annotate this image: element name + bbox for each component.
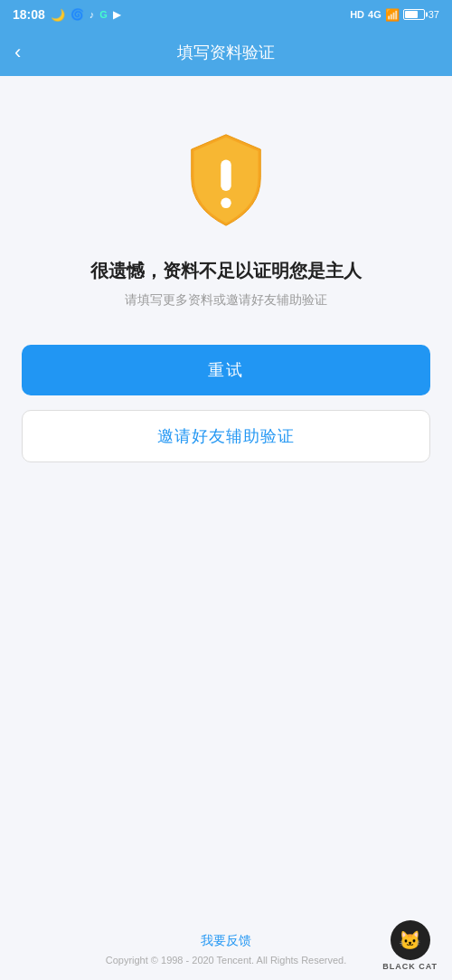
status-icon-2: 🌀 <box>71 8 84 21</box>
retry-button[interactable]: 重试 <box>22 345 430 395</box>
battery-icon <box>403 9 425 20</box>
black-cat-brand: 🐱 BLACK CAT <box>382 920 438 971</box>
svg-rect-0 <box>221 160 231 191</box>
status-icon-3: ♪ <box>89 9 95 20</box>
footer: 我要反馈 Copyright © 1998 - 2020 Tencent. Al… <box>0 917 452 980</box>
status-icon-5: ▶ <box>113 9 120 21</box>
invite-button[interactable]: 邀请好友辅助验证 <box>22 410 430 462</box>
status-icon-4: G <box>99 9 108 20</box>
status-time: 18:08 🌙 🌀 ♪ G ▶ <box>13 7 120 22</box>
time-display: 18:08 <box>13 7 45 22</box>
hd-label: HD <box>350 9 364 20</box>
svg-rect-1 <box>221 198 231 208</box>
network-label: 4G <box>368 9 381 20</box>
copyright-text: Copyright © 1998 - 2020 Tencent. All Rig… <box>106 955 347 966</box>
battery-fill <box>405 11 418 18</box>
nav-bar: ‹ 填写资料验证 <box>0 29 452 76</box>
battery-level: 37 <box>428 9 439 20</box>
black-cat-icon: 🐱 <box>391 920 430 960</box>
status-bar: 18:08 🌙 🌀 ♪ G ▶ HD 4G 📶 37 <box>0 0 452 29</box>
status-right: HD 4G 📶 37 <box>350 8 439 22</box>
signal-icon: 📶 <box>385 8 400 22</box>
main-content: 很遗憾，资料不足以证明您是主人 请填写更多资料或邀请好友辅助验证 重试 邀请好友… <box>0 76 452 917</box>
shield-area <box>181 130 271 230</box>
sub-title: 请填写更多资料或邀请好友辅助验证 <box>125 292 327 309</box>
main-title: 很遗憾，资料不足以证明您是主人 <box>90 259 362 283</box>
nav-title: 填写资料验证 <box>177 42 275 63</box>
moon-icon: 🌙 <box>51 8 65 22</box>
back-button[interactable]: ‹ <box>14 43 21 62</box>
warning-shield-icon <box>181 130 271 230</box>
black-cat-label: BLACK CAT <box>382 962 438 971</box>
feedback-link[interactable]: 我要反馈 <box>201 933 251 949</box>
